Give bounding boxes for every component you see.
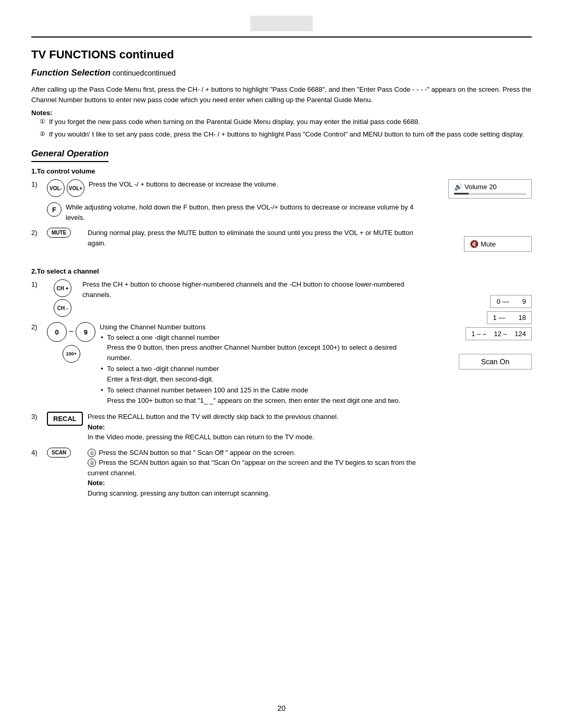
ch-step-1: 1) CH + CH - Press the CH + button to ch…	[31, 279, 417, 317]
scan-on-display-box: Scan On	[459, 354, 532, 369]
header-logo	[250, 16, 313, 31]
channel-row-2: 1 — 18	[487, 311, 532, 324]
ch-minus-button[interactable]: CH -	[54, 299, 71, 317]
notes-list: If you forget the new pass code when tur…	[31, 117, 532, 139]
scan-item-2: ② Press the SCAN button again so that "S…	[88, 459, 416, 477]
digit-step-2-desc: Using the Channel Number buttons To sele…	[100, 322, 417, 406]
general-operation-section: General Operation 1.To control volume 1)…	[31, 149, 532, 503]
function-selection-section: Function Selection continuedcontinued Af…	[31, 68, 532, 139]
zero-button[interactable]: 0	[47, 322, 67, 342]
f-step-desc: While adjusting volume, hold down the F …	[66, 202, 417, 223]
channel-section: 2.To select a channel 1) CH + CH - Press…	[31, 267, 532, 503]
ch-label-1: 1 —	[493, 314, 505, 322]
scan-button[interactable]: SCAN	[47, 448, 71, 458]
channel-row-1: 0 — 9	[490, 295, 532, 308]
mute-button[interactable]: MUTE	[47, 228, 71, 238]
ch-label-0: 0 —	[497, 298, 509, 305]
recall-step-desc: Press the RECALL button and the TV will …	[88, 412, 417, 442]
channel-subsection-title: 2.To select a channel	[31, 267, 532, 275]
recall-desc-text: Press the RECALL button and the TV will …	[88, 413, 338, 421]
nine-button[interactable]: 9	[76, 322, 95, 342]
scan-button-wrap: SCAN	[47, 448, 83, 458]
scan-note-text: During scanning, pressing any button can…	[88, 489, 270, 497]
function-selection-title: Function Selection	[31, 68, 111, 78]
channel-display-group: 0 — 9 1 — 18	[459, 295, 532, 369]
speaker-icon: 🔊	[454, 183, 462, 191]
mute-label: Mute	[481, 240, 496, 248]
ch-label-12d: 12 –	[494, 330, 507, 338]
volume-value: 20	[489, 183, 496, 191]
step-num-1: 1)	[31, 179, 43, 188]
ch-value-18: 18	[519, 314, 526, 322]
digit-step-num-2: 2)	[31, 322, 43, 331]
header-bar	[31, 16, 532, 38]
volume-display-title: 🔊 Volume 20	[454, 183, 526, 191]
general-operation-title: General Operation	[31, 149, 108, 162]
recall-step-num-3: 3)	[31, 412, 43, 421]
note-item-1: If you forget the new pass code when tur…	[40, 117, 532, 127]
scan-item-1: ① Press the SCAN button so that " Scan O…	[88, 449, 296, 456]
volume-content-left: 1) VOL- VOL+ Press the VOL -/ + buttons …	[31, 179, 427, 258]
ch-buttons: CH + CH -	[47, 279, 78, 317]
page-title: TV FUNCTIONS continued	[31, 48, 532, 61]
recall-step-3: 3) RECAL Press the RECALL button and the…	[31, 412, 417, 442]
mute-display-title: 🔇 Mute	[470, 240, 526, 248]
volume-display-box: 🔊 Volume 20	[448, 179, 532, 199]
channel-box-100: 1 – – 12 – 124	[466, 327, 532, 340]
step-num-2: 2)	[31, 228, 43, 237]
mute-step-2: 2) MUTE During normal play, press the MU…	[31, 228, 417, 248]
function-selection-intro: After calling up the Pass Code Menu firs…	[31, 84, 532, 105]
tilde: ~	[68, 326, 75, 338]
ch-plus-button[interactable]: CH +	[54, 279, 71, 297]
f-button[interactable]: F	[47, 202, 62, 217]
vol-buttons: VOL- VOL+	[47, 179, 84, 197]
ch-step-num-1: 1)	[31, 279, 43, 288]
channel-displays: 0 — 9 1 — 18	[427, 279, 532, 503]
circle-2: ②	[88, 459, 96, 467]
mute-step-desc: During normal play, press the MUTE butto…	[88, 228, 417, 248]
notes-label: Notes:	[31, 109, 532, 117]
channel-content-area: 1) CH + CH - Press the CH + button to ch…	[31, 279, 532, 503]
volume-section: 1.To control volume 1) VOL- VOL+ Press t…	[31, 167, 532, 258]
mute-icon: 🔇	[470, 240, 479, 248]
scan-on-label: Scan On	[481, 357, 509, 366]
note-item-2: If you wouldn' t like to set any pass co…	[40, 129, 532, 140]
vol-plus-button[interactable]: VOL+	[67, 179, 84, 197]
volume-content-area: 1) VOL- VOL+ Press the VOL -/ + buttons …	[31, 179, 532, 258]
ch-value-9: 9	[522, 298, 526, 305]
using-channel-header: Using the Channel Number buttons	[100, 323, 205, 331]
digit-buttons-group: 0 ~ 9 100+	[47, 322, 95, 363]
recall-note-text: In the Video mode, pressing the RECALL b…	[88, 433, 314, 441]
bullet-100-125: To select channel number between 100 and…	[100, 385, 417, 405]
page-container: TV FUNCTIONS continued Function Selectio…	[0, 0, 563, 728]
vol-step-1: 1) VOL- VOL+ Press the VOL -/ + buttons …	[31, 179, 417, 197]
volume-subsection-title: 1.To control volume	[31, 167, 532, 175]
recall-note-label: Note:	[88, 423, 105, 431]
scan-step-num-4: 4)	[31, 448, 43, 456]
hundred-plus-button[interactable]: 100+	[63, 345, 80, 363]
ch-value-124: 124	[515, 330, 526, 338]
ch-label-1dd: 1 – –	[471, 330, 486, 338]
vol-step-1-desc: Press the VOL -/ + buttons to decrease o…	[89, 179, 417, 190]
function-selection-continued: continued	[113, 69, 144, 77]
channel-box-0: 0 — 9	[490, 295, 532, 308]
channel-bullet-list: To select a one -digit channel numberPre…	[100, 332, 417, 406]
function-selection-header: Function Selection continuedcontinued	[31, 68, 532, 78]
vol-minus-button[interactable]: VOL-	[47, 179, 65, 197]
channel-row-3: 1 – – 12 – 124	[466, 327, 532, 340]
scan-step-4: 4) SCAN ① Press the SCAN button so that …	[31, 448, 417, 499]
recall-button[interactable]: RECAL	[47, 412, 83, 426]
bullet-two-digit: To select a two -digit channel numberEnt…	[100, 364, 417, 384]
channel-content-left: 1) CH + CH - Press the CH + button to ch…	[31, 279, 427, 503]
channel-box-1: 1 — 18	[487, 311, 532, 324]
circle-1: ①	[88, 449, 96, 457]
mute-display-box: 🔇 Mute	[464, 236, 532, 252]
scan-step-desc: ① Press the SCAN button so that " Scan O…	[88, 448, 417, 499]
ch-step-1-desc: Press the CH + button to choose higher-n…	[82, 279, 417, 300]
digit-step-2: 2) 0 ~ 9 100+ Using the Channel Number b…	[31, 322, 417, 406]
zero-nine-buttons: 0 ~ 9	[47, 322, 95, 342]
volume-label: Volume	[464, 183, 487, 191]
f-step: F While adjusting volume, hold down the …	[31, 202, 417, 223]
volume-displays: 🔊 Volume 20 🔇 Mute	[427, 179, 532, 258]
bullet-one-digit: To select a one -digit channel numberPre…	[100, 332, 417, 363]
